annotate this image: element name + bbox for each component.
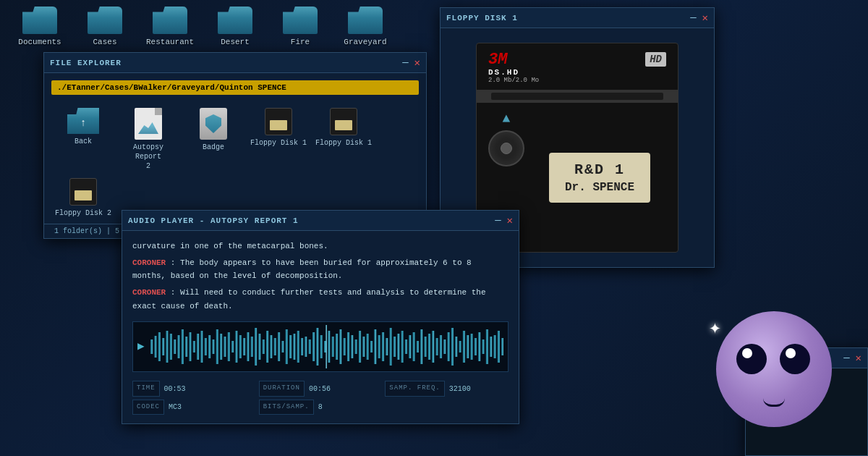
mascot-eye-right: [780, 344, 810, 374]
close-button[interactable]: ✕: [702, 13, 708, 23]
svg-rect-82: [467, 335, 469, 358]
mascot-smile: [763, 398, 785, 407]
file-grid: ↑ Back Autopsy Report2 Badge: [44, 101, 426, 178]
svg-rect-35: [285, 329, 287, 364]
floppy-sticker: R&D 1 Dr. SPENCE: [549, 153, 650, 203]
arrow-up-icon: ▲: [503, 111, 511, 126]
floppy-label: [335, 120, 352, 130]
svg-rect-20: [227, 332, 229, 361]
svg-rect-3: [162, 338, 164, 355]
svg-rect-21: [231, 341, 234, 352]
badge-shield-icon: [205, 114, 221, 133]
desktop-icon-restaurant[interactable]: Restaurant: [145, 6, 195, 46]
play-button[interactable]: ▶: [137, 337, 145, 357]
svg-rect-52: [351, 335, 353, 358]
meta-time: TIME 00:53: [132, 381, 256, 396]
svg-rect-1: [154, 336, 156, 358]
svg-rect-16: [212, 339, 214, 354]
floppy-label: [75, 190, 92, 200]
svg-rect-83: [470, 334, 472, 360]
codec-label: CODEC: [132, 400, 164, 415]
svg-rect-76: [443, 339, 446, 354]
audio-title: AUDIO PLAYER - AUTOPSY REPORT 1: [128, 216, 299, 225]
file-item-label: Floppy Disk 1: [250, 138, 307, 148]
samp-freq-label: SAMP. FREQ.: [385, 381, 444, 396]
folder-icon: [153, 6, 187, 35]
svg-rect-51: [347, 332, 349, 361]
audio-content: curvature in one of the metacarpal bones…: [122, 231, 519, 423]
desktop-icon-documents[interactable]: Documents: [14, 6, 65, 46]
svg-rect-79: [455, 337, 457, 357]
floppy-icon: [265, 108, 292, 135]
svg-rect-6: [174, 339, 176, 354]
svg-rect-22: [235, 331, 237, 363]
file-item-autopsy-report[interactable]: Autopsy Report2: [119, 108, 177, 171]
sticker-rd-line: R&D 1: [561, 161, 639, 178]
time-value: 00:53: [164, 383, 186, 395]
floppy-icon: [69, 178, 97, 206]
folder-back-icon: ↑: [67, 108, 99, 134]
svg-rect-10: [189, 332, 191, 361]
path-bar[interactable]: ./ETanner/Cases/BWalker/Graveyard/Quinto…: [51, 80, 419, 95]
desktop-icon-desert[interactable]: Desert: [210, 6, 260, 46]
svg-rect-9: [185, 337, 187, 357]
svg-rect-18: [220, 334, 222, 360]
svg-rect-65: [401, 331, 403, 363]
time-label: TIME: [132, 381, 160, 396]
audio-metadata: TIME 00:53 DURATION 00:56 SAMP. FREQ. 32…: [132, 381, 509, 415]
folder-icon: [348, 6, 383, 35]
file-item-label: Autopsy Report2: [119, 143, 177, 171]
file-item-floppy2[interactable]: Floppy Disk 2: [54, 178, 112, 218]
svg-rect-14: [204, 338, 206, 355]
svg-rect-64: [397, 334, 399, 360]
close-button[interactable]: ✕: [856, 353, 861, 363]
svg-rect-36: [289, 335, 292, 358]
svg-rect-29: [262, 339, 264, 354]
minimize-button[interactable]: ─: [690, 13, 696, 23]
svg-rect-50: [343, 338, 345, 355]
svg-rect-34: [281, 341, 284, 352]
file-item-label: Back: [75, 137, 92, 146]
close-button[interactable]: ✕: [507, 216, 513, 226]
svg-rect-63: [393, 337, 396, 357]
file-item-badge[interactable]: Badge: [184, 108, 242, 171]
codec-value: MC3: [169, 401, 182, 413]
svg-rect-69: [417, 341, 419, 352]
svg-rect-84: [474, 338, 476, 355]
desktop-icon-graveyard[interactable]: Graveyard: [340, 6, 391, 46]
desktop-icon-fire[interactable]: Fire: [275, 6, 326, 46]
audio-coroner-line1: CORONER : The body appears to have been …: [132, 256, 509, 283]
floppy-hub: [488, 130, 524, 166]
svg-rect-4: [166, 331, 168, 363]
svg-rect-5: [169, 334, 171, 360]
image-doc-icon: [135, 108, 162, 140]
file-item-back[interactable]: ↑ Back: [54, 108, 112, 171]
file-item-floppy1b[interactable]: Floppy Disk 1: [315, 108, 373, 171]
svg-rect-44: [320, 335, 322, 358]
coroner-label-2: CORONER: [132, 288, 166, 297]
svg-rect-41: [308, 339, 310, 354]
svg-rect-13: [200, 331, 203, 363]
minimize-button[interactable]: ─: [402, 58, 408, 68]
minimize-button[interactable]: ─: [495, 216, 501, 226]
bits-label: BITS/SAMP.: [259, 400, 314, 415]
svg-rect-62: [389, 328, 391, 366]
svg-rect-66: [405, 339, 407, 354]
floppy-icon: [330, 108, 357, 135]
eye-shine-right: [786, 348, 796, 358]
svg-rect-86: [482, 339, 484, 354]
file-item-floppy1[interactable]: Floppy Disk 1: [250, 108, 307, 171]
desktop-icon-cases[interactable]: Cases: [80, 6, 130, 46]
svg-rect-27: [255, 328, 257, 366]
coroner-label-1: CORONER: [132, 258, 166, 267]
svg-rect-55: [362, 337, 365, 357]
file-explorer-titlebar: FILE EXPLORER ─ ✕: [44, 53, 426, 73]
svg-rect-89: [493, 335, 495, 358]
svg-rect-54: [359, 331, 361, 363]
window-controls: ─ ✕: [402, 58, 420, 68]
badge-icon: [200, 108, 227, 140]
floppy-hub-inner: [501, 143, 512, 154]
svg-rect-26: [250, 337, 252, 357]
close-button[interactable]: ✕: [414, 58, 420, 68]
svg-rect-48: [336, 334, 338, 360]
